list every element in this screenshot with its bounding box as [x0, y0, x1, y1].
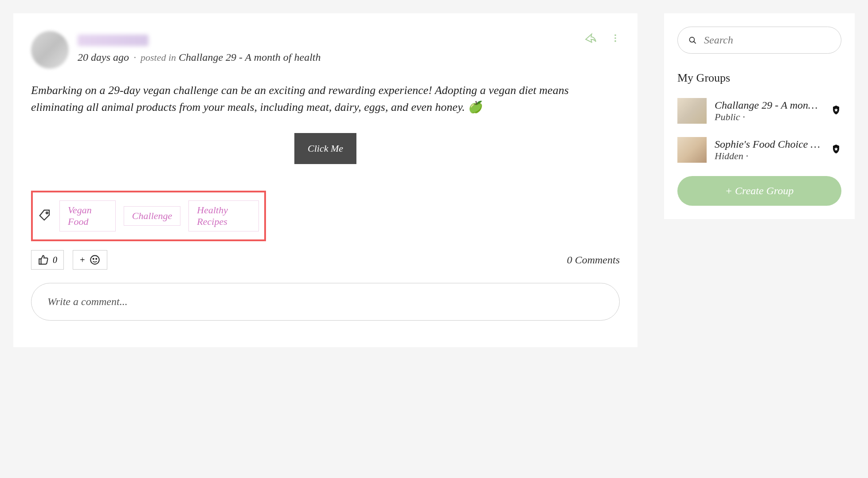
add-reaction-button[interactable]: +	[73, 250, 107, 270]
tag-healthy-recipes[interactable]: Healthy Recipes	[188, 200, 259, 231]
post-body: Embarking on a 29-day vegan challenge ca…	[31, 82, 620, 115]
svg-point-5	[93, 259, 94, 259]
separator-dot: ·	[133, 51, 136, 63]
like-button[interactable]: 0	[31, 250, 64, 270]
comment-input[interactable]	[31, 283, 620, 321]
click-me-button[interactable]: Click Me	[294, 133, 356, 164]
group-info: Sophie's Food Choice … Hidden ·	[715, 138, 823, 162]
emoji-icon	[89, 254, 101, 266]
meta-line: 20 days ago · posted in Challange 29 - A…	[78, 51, 575, 63]
search-wrap[interactable]	[677, 27, 841, 54]
group-thumbnail	[677, 137, 707, 163]
tag-vegan-food[interactable]: Vegan Food	[59, 200, 116, 231]
group-name: Sophie's Food Choice …	[715, 138, 823, 150]
post-header: 20 days ago · posted in Challange 29 - A…	[31, 31, 620, 69]
group-visibility: Hidden ·	[715, 150, 823, 162]
svg-point-3	[46, 212, 48, 214]
search-input[interactable]	[704, 34, 830, 46]
tag-icon	[38, 208, 51, 223]
group-name: Challange 29 - A mon…	[715, 99, 823, 111]
my-groups-title: My Groups	[677, 71, 841, 85]
group-info: Challange 29 - A mon… Public ·	[715, 99, 823, 123]
post-meta: 20 days ago · posted in Challange 29 - A…	[78, 31, 575, 63]
svg-point-7	[689, 37, 694, 42]
share-icon[interactable]	[583, 31, 598, 47]
tags-row: Vegan Food Challenge Healthy Recipes	[31, 191, 266, 241]
svg-point-0	[614, 35, 616, 36]
header-actions	[583, 31, 620, 47]
admin-badge-icon	[831, 144, 841, 156]
thumbs-up-icon	[38, 254, 49, 266]
svg-point-2	[614, 40, 616, 42]
admin-badge-icon	[831, 105, 841, 117]
svg-line-8	[694, 41, 696, 43]
like-count: 0	[53, 255, 57, 265]
plus-label: +	[79, 255, 86, 265]
reactions-row: 0 + 0 Comments	[31, 250, 620, 270]
post-card: 20 days ago · posted in Challange 29 - A…	[13, 13, 637, 347]
group-visibility: Public ·	[715, 111, 823, 123]
tag-challenge[interactable]: Challenge	[124, 206, 180, 226]
posted-in-label: posted in	[141, 52, 176, 63]
username[interactable]	[78, 35, 149, 46]
post-time: 20 days ago	[78, 51, 129, 63]
svg-point-6	[96, 259, 97, 259]
comment-count: 0 Comments	[567, 254, 620, 266]
sidebar: My Groups Challange 29 - A mon… Public ·…	[664, 13, 855, 219]
svg-point-1	[614, 37, 616, 39]
reaction-buttons: 0 +	[31, 250, 107, 270]
group-thumbnail	[677, 98, 707, 124]
svg-point-4	[90, 256, 99, 265]
group-item[interactable]: Sophie's Food Choice … Hidden ·	[677, 137, 841, 163]
group-link[interactable]: Challange 29 - A month of health	[179, 51, 321, 63]
group-item[interactable]: Challange 29 - A mon… Public ·	[677, 98, 841, 124]
avatar[interactable]	[31, 31, 69, 69]
search-icon	[688, 35, 697, 46]
more-icon[interactable]	[611, 34, 620, 44]
create-group-button[interactable]: + Create Group	[677, 176, 841, 206]
